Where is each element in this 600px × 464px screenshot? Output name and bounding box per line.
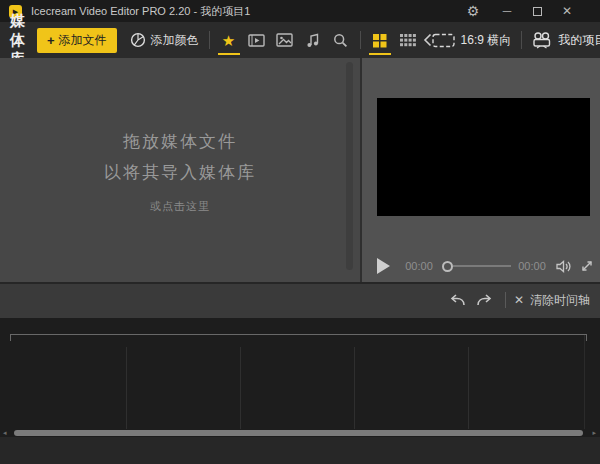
search-icon [333, 33, 348, 48]
media-library-vertical-scrollbar[interactable] [346, 62, 353, 270]
timeline-gridline [126, 347, 127, 431]
collapse-panel-button[interactable] [423, 33, 432, 47]
seek-slider[interactable] [442, 261, 511, 272]
clear-timeline-label: 清除时间轴 [530, 292, 590, 309]
bottom-strip [0, 437, 600, 464]
redo-icon [475, 293, 493, 308]
seek-thumb[interactable] [442, 261, 453, 272]
preview-panel: 00:00 00:00 [360, 58, 600, 282]
scrollbar-thumb[interactable] [14, 430, 583, 436]
current-time: 00:00 [404, 260, 434, 272]
toolbar-divider [209, 31, 210, 49]
tab-images[interactable] [276, 28, 294, 52]
add-files-button[interactable]: + 添加文件 [37, 28, 117, 53]
window-controls: ⚙ ─ ✕ [458, 0, 600, 22]
volume-icon [555, 259, 573, 274]
window-title: Icecream Video Editor PRO 2.20 - 我的项目1 [31, 4, 250, 19]
projector-icon [532, 32, 552, 49]
drop-hint-text: 或点击这里 [150, 199, 210, 214]
titlebar: ▶ Icecream Video Editor PRO 2.20 - 我的项目1… [0, 0, 600, 22]
large-grid-icon [372, 33, 387, 48]
seek-track[interactable] [453, 265, 511, 267]
timeline-horizontal-scrollbar[interactable]: ◂ ▸ [0, 429, 600, 437]
chevron-left-icon [423, 33, 432, 47]
timeline-right-edge [584, 335, 585, 431]
add-files-label: 添加文件 [59, 32, 107, 49]
color-wheel-icon [130, 32, 146, 48]
media-library-dropzone[interactable]: 拖放媒体文件 以将其导入媒体库 或点击这里 [0, 58, 360, 282]
scroll-left-arrow-icon[interactable]: ◂ [3, 429, 7, 437]
preview-header: 16:9 横向 我的项目 导出视频 [432, 28, 600, 53]
toolbar-divider [521, 31, 522, 49]
tab-audio[interactable] [304, 28, 322, 52]
timeline-gridline [240, 347, 241, 431]
total-time: 00:00 [517, 260, 547, 272]
tab-search[interactable] [332, 28, 350, 52]
media-type-tabs: ★ [220, 28, 350, 52]
aspect-ratio-icon [432, 33, 455, 48]
redo-button[interactable] [471, 287, 497, 313]
fullscreen-button[interactable] [580, 259, 594, 273]
maximize-box [533, 7, 542, 16]
film-icon [248, 33, 265, 48]
small-grid-icon [400, 34, 416, 47]
view-small-grid[interactable] [399, 28, 417, 52]
clear-timeline-button[interactable]: ✕ 清除时间轴 [514, 292, 590, 309]
timeline-gridline [354, 347, 355, 431]
maximize-icon[interactable] [522, 0, 552, 22]
undo-button[interactable] [445, 287, 471, 313]
settings-gear-icon[interactable]: ⚙ [458, 0, 488, 22]
my-project-button[interactable]: 我的项目 [532, 32, 600, 49]
image-icon [276, 33, 293, 47]
drop-text-line1: 拖放媒体文件 [123, 126, 237, 157]
undo-icon [449, 293, 467, 308]
view-mode-tabs [371, 28, 417, 52]
play-button[interactable] [377, 258, 390, 274]
video-preview-screen [377, 98, 590, 216]
timeline-toolbar-divider [505, 292, 506, 308]
aspect-ratio-label: 16:9 横向 [461, 32, 512, 49]
music-note-icon [306, 33, 320, 48]
clear-x-icon: ✕ [514, 293, 524, 307]
tab-favorites[interactable]: ★ [220, 28, 238, 52]
star-icon: ★ [222, 33, 235, 48]
add-color-label: 添加颜色 [151, 32, 199, 49]
plus-icon: + [47, 34, 55, 47]
scroll-right-arrow-icon[interactable]: ▸ [592, 429, 596, 437]
player-controls: 00:00 00:00 [377, 254, 594, 278]
aspect-ratio-button[interactable]: 16:9 横向 [432, 32, 512, 49]
volume-button[interactable] [555, 259, 573, 274]
view-large-grid[interactable] [371, 28, 389, 52]
minimize-icon[interactable]: ─ [492, 0, 522, 22]
tab-videos[interactable] [248, 28, 266, 52]
my-project-label: 我的项目 [558, 32, 600, 49]
add-color-button[interactable]: 添加颜色 [130, 32, 199, 49]
timeline-top-border [10, 334, 587, 335]
toolbar-divider [360, 31, 361, 49]
expand-icon [580, 259, 594, 273]
main-toolbar: 媒体库 + 添加文件 添加颜色 ★ [0, 22, 600, 58]
drop-text-line2: 以将其导入媒体库 [104, 157, 256, 188]
timeline-tracks-area[interactable] [0, 318, 600, 440]
timeline-gridline [468, 347, 469, 431]
app-window: ▶ Icecream Video Editor PRO 2.20 - 我的项目1… [0, 0, 600, 464]
timeline-toolbar: ✕ 清除时间轴 [0, 282, 600, 318]
close-icon[interactable]: ✕ [552, 0, 582, 22]
